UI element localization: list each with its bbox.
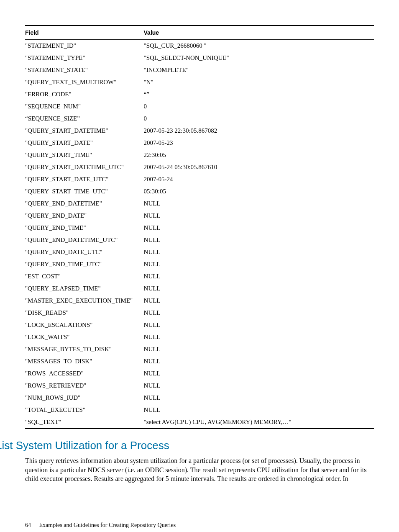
cell-field: "STATEMENT_TYPE" bbox=[25, 52, 144, 64]
cell-field: "SQL_TEXT" bbox=[25, 416, 144, 429]
table-row: “SEQUENCE_SIZE”0 bbox=[25, 113, 374, 125]
cell-field: "QUERY_END_TIME" bbox=[25, 222, 144, 234]
cell-field: "ROWS_ACCESSED" bbox=[25, 368, 144, 380]
cell-value: "select AVG(CPU) CPU, AVG(MEMORY) MEMORY… bbox=[144, 416, 374, 429]
cell-field: "QUERY_START_DATETIME_UTC" bbox=[25, 161, 144, 173]
header-field: Field bbox=[25, 26, 144, 40]
table-row: "EST_COST"NULL bbox=[25, 270, 374, 283]
cell-value: NULL bbox=[144, 210, 374, 222]
cell-value: NULL bbox=[144, 404, 374, 416]
table-row: "QUERY_START_DATE"2007-05-23 bbox=[25, 137, 374, 149]
cell-value: NULL bbox=[144, 295, 374, 307]
cell-field: "QUERY_START_TIME" bbox=[25, 149, 144, 161]
table-row: "DISK_READS"NULL bbox=[25, 307, 374, 319]
cell-field: "MESSAGE_BYTES_TO_DISK" bbox=[25, 343, 144, 355]
cell-value: NULL bbox=[144, 198, 374, 210]
cell-field: "MESSAGES_TO_DISK" bbox=[25, 355, 144, 368]
table-row: "MASTER_EXEC_EXECUTION_TIME"NULL bbox=[25, 295, 374, 307]
field-value-table: Field Value "STATEMENT_ID""SQL_CUR_26680… bbox=[25, 25, 374, 429]
cell-field: "QUERY_END_DATETIME" bbox=[25, 198, 144, 210]
table-row: "SEQUENCE_NUM"0 bbox=[25, 100, 374, 113]
cell-value: NULL bbox=[144, 270, 374, 283]
table-row: "QUERY_END_DATE_UTC"NULL bbox=[25, 246, 374, 258]
cell-field: "STATEMENT_ID" bbox=[25, 40, 144, 52]
table-row: "QUERY_START_DATETIME"2007-05-23 22:30:0… bbox=[25, 125, 374, 137]
cell-field: "QUERY_END_DATE" bbox=[25, 210, 144, 222]
header-value: Value bbox=[144, 26, 374, 40]
cell-value: NULL bbox=[144, 246, 374, 258]
table-row: "STATEMENT_ID""SQL_CUR_26680060 " bbox=[25, 40, 374, 52]
cell-value: NULL bbox=[144, 258, 374, 270]
cell-value: 2007-05-23 bbox=[144, 137, 374, 149]
cell-value: 05:30:05 bbox=[144, 185, 374, 198]
cell-field: "SEQUENCE_NUM" bbox=[25, 100, 144, 113]
cell-value: 2007-05-23 22:30:05.867082 bbox=[144, 125, 374, 137]
cell-field: "QUERY_END_DATETIME_UTC" bbox=[25, 234, 144, 246]
table-row: "QUERY_START_TIME_UTC"05:30:05 bbox=[25, 185, 374, 198]
cell-field: "ROWS_RETRIEVED" bbox=[25, 380, 144, 392]
cell-field: "QUERY_TEXT_IS_MULTIROW" bbox=[25, 76, 144, 88]
table-row: "QUERY_END_TIME_UTC"NULL bbox=[25, 258, 374, 270]
cell-field: "QUERY_ELAPSED_TIME" bbox=[25, 283, 144, 295]
cell-value: NULL bbox=[144, 234, 374, 246]
cell-value: "INCOMPLETE" bbox=[144, 64, 374, 76]
cell-value: NULL bbox=[144, 343, 374, 355]
cell-field: "TOTAL_EXECUTES" bbox=[25, 404, 144, 416]
cell-value: NULL bbox=[144, 319, 374, 331]
table-row: "ROWS_RETRIEVED"NULL bbox=[25, 380, 374, 392]
cell-value: 0 bbox=[144, 100, 374, 113]
section-paragraph: This query retrieves information about s… bbox=[25, 456, 374, 483]
cell-field: "QUERY_END_DATE_UTC" bbox=[25, 246, 144, 258]
table-row: "STATEMENT_TYPE""SQL_SELECT-NON_UNIQUE" bbox=[25, 52, 374, 64]
cell-value: 2007-05-24 05:30:05.867610 bbox=[144, 161, 374, 173]
table-row: "SQL_TEXT""select AVG(CPU) CPU, AVG(MEMO… bbox=[25, 416, 374, 429]
cell-field: "QUERY_START_TIME_UTC" bbox=[25, 185, 144, 198]
cell-value: "SQL_CUR_26680060 " bbox=[144, 40, 374, 52]
cell-value: NULL bbox=[144, 283, 374, 295]
cell-field: “SEQUENCE_SIZE” bbox=[25, 113, 144, 125]
cell-value: NULL bbox=[144, 380, 374, 392]
cell-field: "QUERY_START_DATETIME" bbox=[25, 125, 144, 137]
cell-field: "STATEMENT_STATE" bbox=[25, 64, 144, 76]
table-row: "ERROR_CODE"“” bbox=[25, 88, 374, 100]
cell-value: NULL bbox=[144, 331, 374, 343]
cell-value: NULL bbox=[144, 368, 374, 380]
section-heading: List System Utilization for a Process bbox=[0, 439, 374, 452]
cell-field: "LOCK_WAITS" bbox=[25, 331, 144, 343]
cell-value: NULL bbox=[144, 222, 374, 234]
cell-value: 0 bbox=[144, 113, 374, 125]
table-row: "QUERY_END_DATE"NULL bbox=[25, 210, 374, 222]
cell-field: "QUERY_START_DATE" bbox=[25, 137, 144, 149]
cell-value: "SQL_SELECT-NON_UNIQUE" bbox=[144, 52, 374, 64]
chapter-title: Examples and Guidelines for Creating Rep… bbox=[39, 522, 176, 528]
table-row: "ROWS_ACCESSED"NULL bbox=[25, 368, 374, 380]
page-footer: 64 Examples and Guidelines for Creating … bbox=[0, 505, 399, 532]
table-row: "QUERY_START_DATETIME_UTC"2007-05-24 05:… bbox=[25, 161, 374, 173]
table-row: "QUERY_END_DATETIME"NULL bbox=[25, 198, 374, 210]
cell-value: 22:30:05 bbox=[144, 149, 374, 161]
cell-field: "DISK_READS" bbox=[25, 307, 144, 319]
table-row: "QUERY_ELAPSED_TIME"NULL bbox=[25, 283, 374, 295]
cell-field: "MASTER_EXEC_EXECUTION_TIME" bbox=[25, 295, 144, 307]
table-row: "MESSAGE_BYTES_TO_DISK"NULL bbox=[25, 343, 374, 355]
table-row: "QUERY_END_DATETIME_UTC"NULL bbox=[25, 234, 374, 246]
table-row: "TOTAL_EXECUTES"NULL bbox=[25, 404, 374, 416]
cell-field: "QUERY_END_TIME_UTC" bbox=[25, 258, 144, 270]
table-row: "QUERY_START_TIME"22:30:05 bbox=[25, 149, 374, 161]
cell-field: "EST_COST" bbox=[25, 270, 144, 283]
table-row: "STATEMENT_STATE""INCOMPLETE" bbox=[25, 64, 374, 76]
table-row: "MESSAGES_TO_DISK"NULL bbox=[25, 355, 374, 368]
table-row: "NUM_ROWS_IUD"NULL bbox=[25, 392, 374, 404]
cell-field: "NUM_ROWS_IUD" bbox=[25, 392, 144, 404]
cell-field: "LOCK_ESCALATIONS" bbox=[25, 319, 144, 331]
cell-value: NULL bbox=[144, 355, 374, 368]
table-row: "QUERY_TEXT_IS_MULTIROW""N" bbox=[25, 76, 374, 88]
cell-value: “” bbox=[144, 88, 374, 100]
cell-value: NULL bbox=[144, 307, 374, 319]
cell-field: "QUERY_START_DATE_UTC" bbox=[25, 173, 144, 185]
cell-value: "N" bbox=[144, 76, 374, 88]
table-row: "QUERY_START_DATE_UTC"2007-05-24 bbox=[25, 173, 374, 185]
table-row: "LOCK_WAITS"NULL bbox=[25, 331, 374, 343]
table-row: "LOCK_ESCALATIONS"NULL bbox=[25, 319, 374, 331]
cell-field: "ERROR_CODE" bbox=[25, 88, 144, 100]
